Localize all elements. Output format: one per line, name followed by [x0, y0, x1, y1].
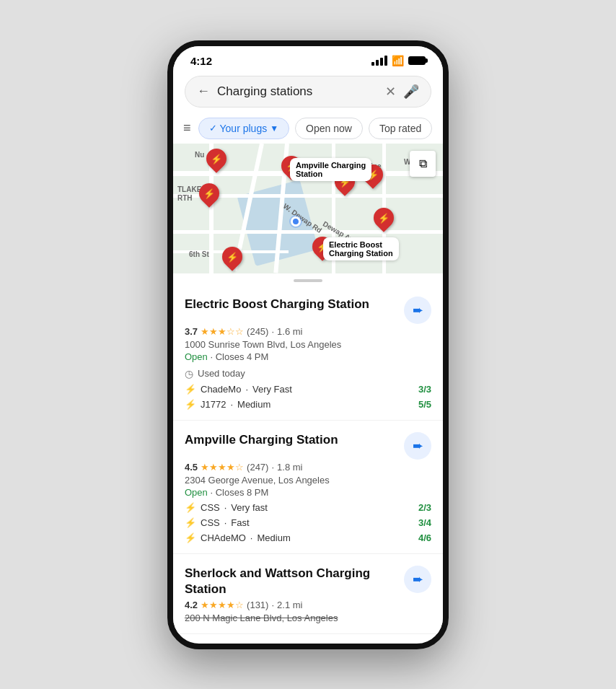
phone-frame: 4:12 📶 ← Charging stations ✕ 🎤 ≡ ✓ Your …	[167, 40, 449, 649]
map-pin-1[interactable]: ⚡	[206, 146, 226, 171]
map-label-6thst: 6th St	[189, 250, 209, 258]
result-header-3: Sherlock and Wattson Charging Station ➨	[185, 566, 431, 597]
review-count-3: (131)	[247, 600, 268, 610]
status-bar: 4:12 📶	[173, 46, 443, 70]
filter-chip-open-now[interactable]: Open now	[295, 118, 363, 139]
distance-1: 1.6 mi	[277, 326, 302, 337]
dropdown-arrow-icon: ▼	[270, 123, 278, 133]
wifi-icon: 📶	[392, 55, 404, 66]
charger-avail-1-1: 5/5	[418, 399, 431, 410]
filter-chip-top-rated[interactable]: Top rated	[369, 118, 432, 139]
scroll-handle-container	[173, 279, 443, 282]
stars-1: ★★★☆☆	[201, 326, 244, 337]
result-header-2: Ampville Charging Station ➨	[185, 432, 431, 460]
filter-chip-open-now-label: Open now	[306, 123, 352, 134]
map-pin-8[interactable]: ⚡	[222, 245, 242, 269]
scroll-handle	[294, 279, 322, 282]
directions-icon-1: ➨	[413, 302, 423, 318]
map-pin-5[interactable]: ⚡	[199, 181, 219, 206]
result-card-sherlock[interactable]: Sherlock and Wattson Charging Station ➨ …	[173, 554, 443, 634]
distance-2: 1.8 mi	[277, 462, 302, 473]
filter-chip-your-plugs[interactable]: ✓ Your plugs ▼	[198, 118, 290, 139]
map-layers-button[interactable]: ⧉	[410, 151, 436, 177]
rating-number-3: 4.2	[185, 600, 198, 610]
charger-avail-2-2: 4/6	[418, 532, 431, 543]
map-container[interactable]: Nu W.C Alpine TLAKE RTH 6th St W. Dewap …	[173, 144, 443, 273]
separator-2: ·	[271, 462, 274, 473]
used-today-label-1: Used today	[198, 368, 245, 379]
charger-sep-1-1: ·	[230, 399, 233, 410]
mic-button[interactable]: 🎤	[403, 84, 419, 100]
search-bar: ← Charging stations ✕ 🎤	[185, 76, 431, 107]
filter-settings-icon[interactable]: ≡	[183, 120, 191, 136]
charger-type-2-1: CSS	[201, 517, 220, 528]
charger-speed-2-0: Very fast	[231, 502, 268, 513]
closes-label-1: Closes 4 PM	[216, 351, 269, 362]
charger-sep-1-0: ·	[245, 384, 248, 395]
result-header-1: Electric Boost Charging Station ➨	[185, 297, 431, 324]
result-address-2: 2304 George Avenue, Los Angeles	[185, 475, 431, 486]
closes-label-2: Closes 8 PM	[216, 487, 269, 498]
result-rating-2: 4.5 ★★★★☆ (247) · 1.8 mi	[185, 462, 431, 473]
map-road	[173, 230, 443, 234]
charger-avail-2-1: 3/4	[418, 517, 431, 528]
back-button[interactable]: ←	[197, 84, 210, 99]
directions-icon-2: ➨	[413, 438, 423, 454]
map-background: Nu W.C Alpine TLAKE RTH 6th St W. Dewap …	[173, 144, 443, 273]
map-label-electric-boost[interactable]: Electric BoostCharging Station	[323, 237, 399, 260]
review-count-2: (247)	[247, 462, 268, 473]
close-time-1: ·	[210, 351, 215, 362]
charger-row-1-0: ⚡ ChadeMo · Very Fast 3/3	[185, 384, 431, 395]
charger-avail-2-0: 2/3	[418, 502, 431, 513]
bolt-icon-1-1: ⚡	[185, 399, 196, 410]
charger-sep-2-1: ·	[224, 517, 227, 528]
map-label-rth: RTH	[177, 194, 193, 202]
map-pin-7[interactable]: ⚡	[374, 206, 394, 230]
results-list: Electric Boost Charging Station ➨ 3.7 ★★…	[173, 285, 443, 634]
directions-button-3[interactable]: ➨	[404, 566, 431, 593]
search-query-text[interactable]: Charging stations	[217, 84, 378, 99]
rating-number-2: 4.5	[185, 462, 198, 473]
clear-button[interactable]: ✕	[385, 84, 396, 100]
stars-3: ★★★★☆	[201, 600, 244, 610]
status-time: 4:12	[190, 55, 212, 67]
bolt-icon-2-0: ⚡	[185, 502, 196, 513]
rating-number-1: 3.7	[185, 326, 198, 337]
close-time-2: ·	[210, 487, 215, 498]
charger-speed-1-1: Medium	[237, 399, 270, 410]
result-card-electric-boost[interactable]: Electric Boost Charging Station ➨ 3.7 ★★…	[173, 285, 443, 421]
open-label-2: Open	[185, 487, 208, 498]
directions-button-2[interactable]: ➨	[404, 432, 431, 460]
charger-row-1-1: ⚡ J1772 · Medium 5/5	[185, 399, 431, 410]
result-name-2: Ampville Charging Station	[185, 432, 404, 448]
check-icon: ✓	[209, 123, 217, 133]
map-user-location	[291, 216, 301, 227]
filter-chip-top-rated-label: Top rated	[379, 123, 421, 134]
result-used-1: ◷ Used today	[185, 368, 431, 379]
separator-3: ·	[271, 600, 274, 610]
result-card-ampville[interactable]: Ampville Charging Station ➨ 4.5 ★★★★☆ (2…	[173, 421, 443, 554]
charger-row-2-0: ⚡ CSS · Very fast 2/3	[185, 502, 431, 513]
result-rating-3: 4.2 ★★★★☆ (131) · 2.1 mi	[185, 600, 431, 610]
charger-type-2-2: CHAdeMO	[201, 532, 246, 543]
filter-chip-label: Your plugs	[220, 123, 268, 134]
charger-row-2-2: ⚡ CHAdeMO · Medium 4/6	[185, 532, 431, 543]
review-count-1: (245)	[247, 326, 268, 337]
charger-speed-2-2: Medium	[257, 532, 290, 543]
result-status-1: Open · Closes 4 PM	[185, 351, 431, 362]
search-bar-container: ← Charging stations ✕ 🎤	[173, 70, 443, 113]
result-address-1: 1000 Sunrise Town Blvd, Los Angeles	[185, 339, 431, 350]
filter-bar: ≡ ✓ Your plugs ▼ Open now Top rated	[173, 113, 443, 144]
charger-sep-2-0: ·	[224, 502, 227, 513]
charger-type-2-0: CSS	[201, 502, 220, 513]
map-label-tlake: TLAKE	[177, 185, 201, 193]
result-address-3: 200 N Magic Lane Blvd, Los Angeles	[185, 613, 431, 623]
charger-type-1-0: ChadeMo	[201, 384, 241, 395]
charger-avail-1-0: 3/3	[418, 384, 431, 395]
status-icons: 📶	[371, 55, 426, 66]
map-label-ampville-station[interactable]: Ampville ChargingStation	[290, 158, 371, 181]
charger-sep-2-2: ·	[250, 532, 253, 543]
directions-button-1[interactable]: ➨	[404, 297, 431, 324]
charger-speed-2-1: Fast	[231, 517, 249, 528]
distance-3: 2.1 mi	[277, 600, 302, 610]
